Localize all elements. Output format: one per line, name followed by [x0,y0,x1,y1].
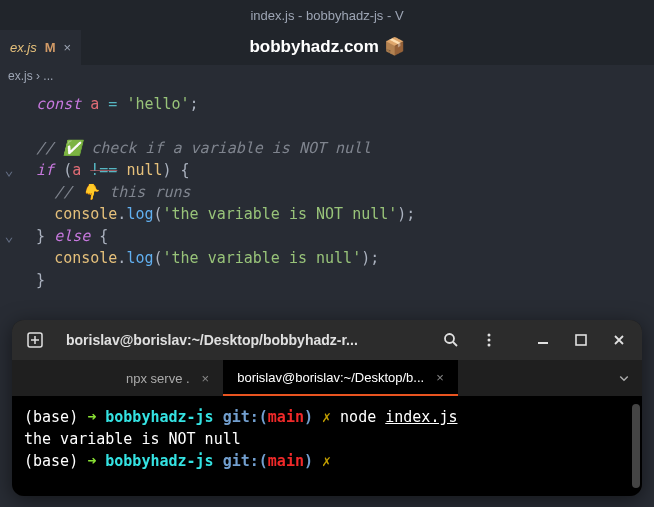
code-line: const a = 'hello'; [0,93,654,115]
plus-square-icon [27,332,43,348]
terminal-tab-shell[interactable]: borislav@borislav:~/Desktop/b... × [223,360,458,396]
scrollbar[interactable] [632,404,640,488]
terminal-tabs: npx serve . × borislav@borislav:~/Deskto… [12,360,642,396]
minimize-button[interactable] [528,325,558,355]
close-icon [611,332,627,348]
editor-tabs: ex.js M × bobbyhadz.com 📦 [0,30,654,65]
terminal-window: borislav@borislav:~/Desktop/bobbyhadz-r.… [12,320,642,496]
chevron-down-icon [618,372,630,384]
search-button[interactable] [436,325,466,355]
new-tab-button[interactable] [20,325,50,355]
svg-point-2 [488,334,491,337]
breadcrumb[interactable]: ex.js › ... [0,65,654,87]
terminal-line: (base) ➜ bobbyhadz-js git:(main) ✗ [24,450,630,472]
svg-rect-5 [576,335,586,345]
terminal-output[interactable]: (base) ➜ bobbyhadz-js git:(main) ✗ node … [12,396,642,496]
fold-icon[interactable]: ⌄ [0,159,18,181]
tab-filename: ex.js [10,40,37,55]
svg-point-3 [488,339,491,342]
svg-point-1 [445,334,454,343]
minimize-icon [535,332,551,348]
kebab-icon [481,332,497,348]
tab-dropdown[interactable] [606,360,642,396]
code-line [0,115,654,137]
search-icon [443,332,459,348]
code-line: console.log('the variable is null'); [0,247,654,269]
tab-modified-indicator: M [45,40,56,55]
editor-tab-indexjs[interactable]: ex.js M × [0,30,81,65]
close-button[interactable] [604,325,634,355]
window-title-bar: index.js - bobbyhadz-js - V [0,0,654,30]
maximize-icon [573,332,589,348]
fold-icon[interactable]: ⌄ [0,225,18,247]
code-line: // 👇 this runs [0,181,654,203]
window-title: index.js - bobbyhadz-js - V [250,8,403,23]
close-icon[interactable]: × [64,40,72,55]
terminal-tab-serve[interactable]: npx serve . × [112,360,223,396]
code-line: ⌄ if (a !== null) { [0,159,654,181]
terminal-title: borislav@borislav:~/Desktop/bobbyhadz-r.… [58,332,428,348]
terminal-header: borislav@borislav:~/Desktop/bobbyhadz-r.… [12,320,642,360]
code-editor[interactable]: const a = 'hello'; // ✅ check if a varia… [0,87,654,303]
close-icon[interactable]: × [436,370,444,385]
code-line: // ✅ check if a variable is NOT null [0,137,654,159]
code-line: ⌄ } else { [0,225,654,247]
code-line: } [0,269,654,291]
close-icon[interactable]: × [202,371,210,386]
brand-watermark: bobbyhadz.com 📦 [249,36,404,57]
terminal-line: (base) ➜ bobbyhadz-js git:(main) ✗ node … [24,406,630,428]
svg-point-4 [488,344,491,347]
code-line: console.log('the variable is NOT null'); [0,203,654,225]
menu-button[interactable] [474,325,504,355]
terminal-line: the variable is NOT null [24,428,630,450]
maximize-button[interactable] [566,325,596,355]
